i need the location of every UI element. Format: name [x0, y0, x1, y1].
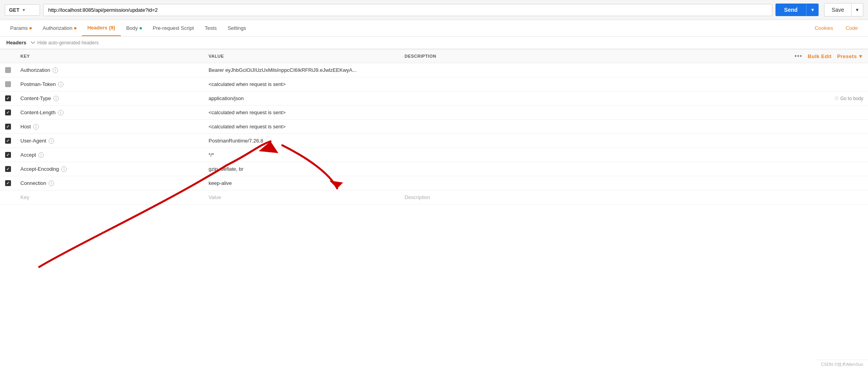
- row-value: Bearer eyJhbGciOiJIUzUxMilsInppcCI6IkRFR…: [204, 63, 400, 77]
- table-row: AuthorizationiBearer eyJhbGciOiJIUzUxMil…: [0, 63, 868, 77]
- row-checkbox[interactable]: [5, 124, 11, 130]
- send-dropdown-button[interactable]: ▼: [806, 4, 819, 16]
- row-value: application/json: [204, 91, 400, 106]
- tab-body[interactable]: Body: [121, 20, 147, 36]
- headers-count: (9): [109, 25, 115, 31]
- row-key: Authorization: [20, 67, 50, 73]
- row-value: PostmanRuntime/7.26.8: [204, 134, 400, 148]
- row-checkbox[interactable]: [5, 81, 11, 87]
- row-value: */*: [204, 148, 400, 162]
- row-description: [400, 134, 868, 148]
- row-description: ⬡ Go to body: [400, 91, 868, 106]
- send-button-group: Send ▼: [775, 4, 819, 16]
- table-row: Connectionikeep-alive: [0, 176, 868, 190]
- bulk-edit-button[interactable]: Bulk Edit: [808, 53, 832, 59]
- row-key: Postman-Token: [20, 81, 56, 87]
- table-header-actions: DESCRIPTION ••• Bulk Edit Presets ▼: [405, 53, 863, 60]
- headers-table: KEY VALUE DESCRIPTION ••• Bulk Edit Pres…: [0, 49, 868, 205]
- info-icon[interactable]: i: [53, 96, 59, 101]
- info-icon[interactable]: i: [49, 138, 54, 144]
- params-dot: [29, 27, 32, 29]
- row-key: Accept: [20, 152, 36, 158]
- row-description: [400, 162, 868, 176]
- table-row: Hosti<calculated when request is sent>: [0, 120, 868, 134]
- empty-key-row: Key Value Description: [0, 190, 868, 205]
- tab-params[interactable]: Params: [5, 20, 37, 36]
- table-row: Accepti*/*: [0, 148, 868, 162]
- col-header-desc: DESCRIPTION ••• Bulk Edit Presets ▼: [400, 49, 868, 63]
- info-icon[interactable]: i: [38, 152, 44, 158]
- authorization-dot: [74, 27, 76, 29]
- tab-tests-label: Tests: [205, 25, 216, 31]
- info-icon[interactable]: i: [61, 166, 67, 172]
- row-checkbox[interactable]: [5, 138, 11, 144]
- save-button[interactable]: Save: [824, 3, 852, 16]
- table-header-row: KEY VALUE DESCRIPTION ••• Bulk Edit Pres…: [0, 49, 868, 63]
- row-checkbox[interactable]: [5, 95, 11, 101]
- info-icon[interactable]: i: [33, 124, 39, 130]
- tabs-bar: Params Authorization Headers (9) Body Pr…: [0, 20, 868, 37]
- more-options-button[interactable]: •••: [794, 53, 802, 60]
- row-key: Content-Length: [20, 110, 56, 115]
- row-checkbox[interactable]: [5, 180, 11, 186]
- table-row: Content-Typeiapplication/json⬡ Go to bod…: [0, 91, 868, 106]
- empty-key-cell[interactable]: Key: [16, 190, 204, 205]
- tab-code-label: Code: [846, 25, 858, 31]
- row-checkbox[interactable]: [5, 152, 11, 158]
- tab-cookies[interactable]: Cookies: [809, 20, 839, 36]
- row-key: Connection: [20, 180, 46, 186]
- empty-desc-cell[interactable]: Description: [400, 190, 868, 205]
- info-icon[interactable]: i: [49, 181, 54, 186]
- table-body: AuthorizationiBearer eyJhbGciOiJIUzUxMil…: [0, 63, 868, 205]
- tab-code[interactable]: Code: [840, 20, 863, 36]
- row-description: [400, 77, 868, 91]
- row-key: User-Agent: [20, 138, 46, 144]
- col-header-value: VALUE: [204, 49, 400, 63]
- tab-cookies-label: Cookies: [815, 25, 833, 31]
- hide-icon: [30, 40, 36, 46]
- tab-tests[interactable]: Tests: [199, 20, 222, 36]
- tab-params-label: Params: [10, 25, 28, 31]
- empty-value-cell[interactable]: Value: [204, 190, 400, 205]
- tab-settings[interactable]: Settings: [222, 20, 252, 36]
- row-description: [400, 120, 868, 134]
- row-description: [400, 63, 868, 77]
- method-dropdown-arrow: ▼: [22, 8, 26, 12]
- row-description: [400, 176, 868, 190]
- row-value: <calculated when request is sent>: [204, 77, 400, 91]
- sub-header-title: Headers: [6, 40, 26, 46]
- tab-headers-label: Headers: [87, 25, 107, 31]
- method-selector[interactable]: GET ▼: [5, 4, 40, 16]
- tab-authorization[interactable]: Authorization: [37, 20, 82, 36]
- send-button[interactable]: Send: [775, 4, 806, 16]
- row-checkbox[interactable]: [5, 67, 11, 73]
- info-icon[interactable]: i: [58, 82, 64, 87]
- row-checkbox[interactable]: [5, 110, 11, 115]
- top-bar: GET ▼ Send ▼ Save ▼: [0, 0, 868, 20]
- col-header-key: KEY: [16, 49, 204, 63]
- row-value: gzip, deflate, br: [204, 162, 400, 176]
- goto-body-link[interactable]: ⬡ Go to body: [835, 96, 863, 101]
- body-dot: [140, 27, 142, 29]
- table-row: User-AgentiPostmanRuntime/7.26.8: [0, 134, 868, 148]
- info-icon[interactable]: i: [53, 68, 58, 73]
- row-key: Host: [20, 124, 31, 130]
- col-header-check: [0, 49, 16, 63]
- presets-button[interactable]: Presets ▼: [837, 53, 863, 59]
- tab-prerequest[interactable]: Pre-request Script: [147, 20, 200, 36]
- url-input[interactable]: [43, 4, 772, 16]
- row-description: [400, 106, 868, 120]
- row-value: <calculated when request is sent>: [204, 120, 400, 134]
- save-dropdown-button[interactable]: ▼: [852, 3, 863, 16]
- row-checkbox[interactable]: [5, 166, 11, 172]
- table-row: Accept-Encodingigzip, deflate, br: [0, 162, 868, 176]
- save-button-group: Save ▼: [824, 3, 863, 16]
- tab-body-label: Body: [126, 25, 138, 31]
- info-icon[interactable]: i: [58, 110, 64, 115]
- tab-headers[interactable]: Headers (9): [82, 20, 121, 36]
- row-value: keep-alive: [204, 176, 400, 190]
- table-row: Content-Lengthi<calculated when request …: [0, 106, 868, 120]
- tab-settings-label: Settings: [228, 25, 246, 31]
- row-value: <calculated when request is sent>: [204, 106, 400, 120]
- hide-auto-headers-link[interactable]: Hide auto-generated headers: [30, 40, 98, 46]
